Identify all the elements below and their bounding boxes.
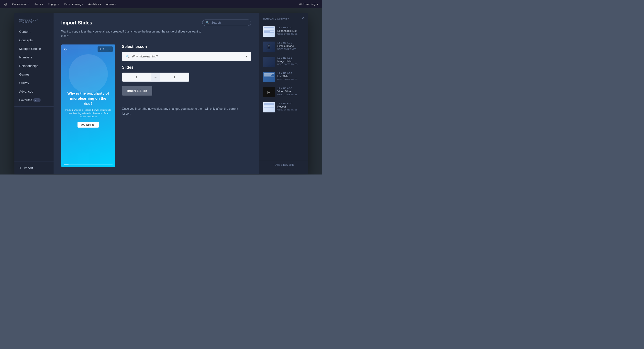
activity-item-reveal[interactable]: 22 MINS AGO Reveal USED 15433 TIMES xyxy=(259,100,308,115)
search-icon: 🔍 xyxy=(206,21,210,24)
activity-name-1: Expandable List xyxy=(278,29,304,32)
insert-slide-button[interactable]: Insert 1 Slide xyxy=(122,86,152,96)
activity-thumb-video: ▶ xyxy=(263,87,275,97)
import-plus-icon: + xyxy=(19,166,22,170)
slide-cta-button[interactable]: OK, let's go! xyxy=(78,122,99,128)
sidebar-item-advanced[interactable]: Advanced xyxy=(14,87,54,96)
activity-item-video-slide[interactable]: ▶ 18 MINS AGO Video Slide USED 21598 TIM… xyxy=(259,84,308,100)
sidebar-item-concepts[interactable]: Concepts xyxy=(14,36,54,44)
activity-used-2: USED 9504 TIMES xyxy=(278,48,304,50)
lesson-chevron-icon: ▾ xyxy=(246,54,248,58)
slide-title: Why is the popularity of microlearning o… xyxy=(65,91,111,106)
lesson-value: Why microlearning? xyxy=(132,55,243,58)
slides-range: – xyxy=(122,73,251,82)
activity-time-4: 16 MINS AGO xyxy=(278,72,304,74)
search-input[interactable] xyxy=(212,21,246,24)
activity-thumb-expandable xyxy=(263,26,275,37)
select-lesson-title: Select lesson xyxy=(122,44,251,49)
sidebar-item-numbers[interactable]: Numbers xyxy=(14,53,54,62)
nav-peer-learning[interactable]: Peer Learning ▾ xyxy=(64,3,83,6)
activity-thumb-image: 📱 xyxy=(263,41,275,52)
nav-analytics-chevron: ▾ xyxy=(100,3,101,5)
sidebar-item-survey[interactable]: Survey xyxy=(14,79,54,87)
page-title: Import Slides xyxy=(61,20,92,26)
slide-header: ⚙ 1 / 11 ⋮ xyxy=(61,44,115,54)
activity-time-1: 13 MINS AGO xyxy=(278,26,304,29)
nav-courseware[interactable]: Courseware ▾ xyxy=(12,3,29,6)
slide-nav-line xyxy=(72,49,91,49)
activity-used-1: USED 37395 TIMES xyxy=(278,33,304,35)
slide-progress-bar xyxy=(64,164,113,165)
activity-name-4: List Slide xyxy=(278,75,304,78)
slide-bg-circle xyxy=(69,54,108,93)
slides-dash: – xyxy=(151,73,160,82)
activity-time-5: 18 MINS AGO xyxy=(278,87,304,89)
sidebar-item-favorites[interactable]: Favorites ★ 0 xyxy=(14,96,54,104)
nav-courseware-chevron: ▾ xyxy=(28,3,29,5)
activity-time-2: 13 MINS AGO xyxy=(278,41,304,44)
nav-welcome[interactable]: Welcome lucy ▾ xyxy=(299,3,318,6)
activity-name-6: Reveal xyxy=(278,105,304,108)
nav-admin-chevron: ▾ xyxy=(115,3,116,5)
select-lesson-section: Select lesson 🔍 Why microlearning? ▾ xyxy=(122,44,251,61)
activity-item-image-slider[interactable]: 15 MINS AGO Image Slider USED 18208 TIME… xyxy=(259,54,308,69)
activity-item-list-slide[interactable]: 16 MINS AGO List Slide USED 16862 TIMES xyxy=(259,69,308,84)
top-nav: ⚙ Courseware ▾ Users ▾ Engage ▾ Peer Lea… xyxy=(0,0,322,8)
activity-name-2: Simple Image xyxy=(278,44,304,47)
activity-name-3: Image Slider xyxy=(278,60,304,62)
lesson-select[interactable]: 🔍 Why microlearning? ▾ xyxy=(122,52,251,61)
import-button[interactable]: + Import xyxy=(14,162,54,174)
activity-thumb-list xyxy=(263,72,275,82)
activity-sidebar: ✕ TEMPLATE ACTIVITY 13 MINS AGO Expandab… xyxy=(259,13,308,174)
activity-name-5: Video Slide xyxy=(278,90,304,93)
info-text: Once you insert the new slides, any chan… xyxy=(122,107,239,116)
sidebar-item-content[interactable]: Content xyxy=(14,27,54,36)
sidebar-item-multiple-choice[interactable]: Multiple Choice xyxy=(14,44,54,53)
right-panel: Select lesson 🔍 Why microlearning? ▾ Sli… xyxy=(122,44,251,167)
lesson-search-icon: 🔍 xyxy=(126,54,130,58)
slides-section: Slides – xyxy=(122,65,251,82)
content-divider xyxy=(122,101,251,101)
template-sidebar: CHOOSE YOUR TEMPLATE Content Concepts Mu… xyxy=(14,13,54,174)
activity-used-5: USED 21598 TIMES xyxy=(278,93,304,96)
sidebar-item-relationships[interactable]: Relationships xyxy=(14,62,54,70)
activity-used-3: USED 18208 TIMES xyxy=(278,63,304,65)
activity-thumb-slider xyxy=(263,57,275,67)
nav-peer-learning-chevron: ▾ xyxy=(82,3,83,5)
slide-preview: ⚙ 1 / 11 ⋮ Why is the popularity of micr… xyxy=(61,44,115,167)
search-box[interactable]: 🔍 xyxy=(202,19,251,26)
slides-section-title: Slides xyxy=(122,65,251,70)
slide-counter: 1 / 11 ⋮ xyxy=(98,46,112,52)
modal-overlay: CHOOSE YOUR TEMPLATE Content Concepts Mu… xyxy=(0,8,322,174)
activity-thumb-reveal xyxy=(263,102,275,112)
sidebar-divider xyxy=(14,106,54,107)
main-body: ⚙ 1 / 11 ⋮ Why is the popularity of micr… xyxy=(61,44,251,167)
activity-title: TEMPLATE ACTIVITY xyxy=(259,17,308,24)
nav-admin[interactable]: Admin ▾ xyxy=(106,3,116,6)
nav-users[interactable]: Users ▾ xyxy=(34,3,43,6)
slide-from-input[interactable] xyxy=(122,73,151,82)
sidebar-item-games[interactable]: Games xyxy=(14,70,54,79)
favorites-badge: ★ 0 xyxy=(33,98,40,102)
activity-time-6: 22 MINS AGO xyxy=(278,102,304,105)
close-button[interactable]: ✕ xyxy=(302,16,305,20)
main-header: Import Slides 🔍 xyxy=(61,19,251,26)
slide-subtitle: Find out why Ed is leading the way with … xyxy=(65,108,111,118)
nav-users-chevron: ▾ xyxy=(42,3,43,5)
slide-to-input[interactable] xyxy=(160,73,189,82)
activity-used-6: USED 15433 TIMES xyxy=(278,108,304,111)
slide-dots-icon[interactable]: ⋮ xyxy=(107,47,111,51)
nav-engage[interactable]: Engage ▾ xyxy=(48,3,60,6)
slide-logo-icon: ⚙ xyxy=(64,47,67,51)
modal-description: Want to copy slides that you've already … xyxy=(61,29,203,39)
activity-item-expandable-list[interactable]: 13 MINS AGO Expandable List USED 37395 T… xyxy=(259,24,308,39)
nav-analytics[interactable]: Analytics ▾ xyxy=(88,3,101,6)
activity-used-4: USED 16862 TIMES xyxy=(278,78,304,81)
add-new-slide-link[interactable]: ← Add a new slide xyxy=(259,160,308,169)
nav-engage-chevron: ▾ xyxy=(58,3,60,5)
main-content: Import Slides 🔍 Want to copy slides that… xyxy=(54,13,259,174)
activity-item-simple-image[interactable]: 📱 13 MINS AGO Simple Image USED 9504 TIM… xyxy=(259,39,308,54)
modal: CHOOSE YOUR TEMPLATE Content Concepts Mu… xyxy=(14,13,308,174)
logo-icon: ⚙ xyxy=(4,2,7,6)
sidebar-title: CHOOSE YOUR TEMPLATE xyxy=(14,18,54,27)
